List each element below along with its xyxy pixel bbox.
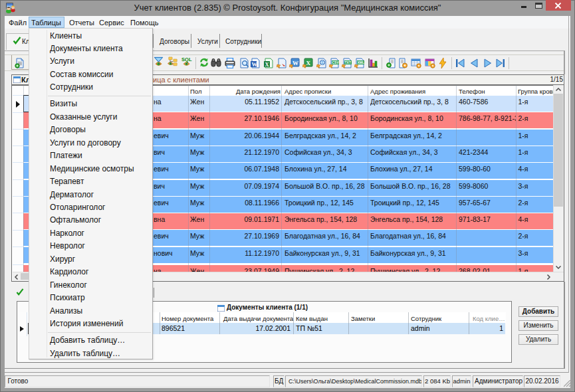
svg-text:W: W	[292, 60, 298, 66]
svg-text:W: W	[252, 61, 258, 68]
svg-text:TXT: TXT	[345, 60, 351, 64]
svg-text:CSV: CSV	[332, 60, 340, 64]
svg-text:XML: XML	[358, 60, 365, 64]
svg-text:SQL: SQL	[181, 56, 192, 62]
svg-text:X: X	[265, 61, 270, 68]
svg-text:X: X	[306, 60, 311, 66]
